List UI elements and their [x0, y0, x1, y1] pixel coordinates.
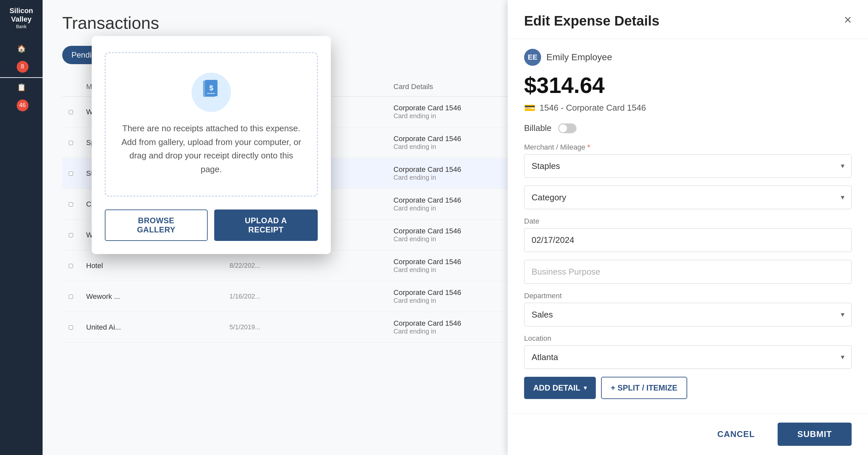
- merchant-date: 5/1/2019...: [223, 312, 349, 343]
- row-checkbox[interactable]: [69, 295, 73, 299]
- merchant-field-group: Merchant / Mileage * Staples: [524, 143, 851, 178]
- close-button[interactable]: ×: [844, 13, 851, 26]
- transactions-badge: 8: [17, 61, 29, 73]
- merchant-label: Merchant / Mileage *: [524, 143, 851, 152]
- location-label: Location: [524, 334, 851, 343]
- location-select-wrapper: Atlanta: [524, 345, 851, 369]
- billable-row: Billable: [524, 123, 851, 133]
- edit-panel-title: Edit Expense Details: [524, 13, 659, 29]
- add-detail-button[interactable]: ADD DETAIL ▾: [524, 377, 596, 399]
- card-icon: 💳: [524, 102, 535, 113]
- expense-amount: $314.64: [524, 72, 851, 98]
- business-purpose-input[interactable]: [524, 260, 851, 284]
- submit-button[interactable]: SUBMIT: [778, 423, 851, 446]
- department-label: Department: [524, 292, 851, 300]
- row-checkbox[interactable]: [69, 325, 73, 330]
- merchant-date: 8/22/202...: [223, 251, 349, 281]
- department-select[interactable]: Sales: [524, 303, 851, 326]
- receipt-actions: BROWSE GALLERY UPLOAD A RECEIPT: [105, 209, 318, 241]
- business-purpose-field-group: [524, 260, 851, 284]
- merchant-select-wrapper: Staples: [524, 154, 851, 178]
- receipt-drop-zone[interactable]: $ There are no receipts attached to this…: [105, 53, 318, 196]
- sidebar: Silicon Valley Bank 🏠 💳 8 📋 👤 46: [0, 0, 42, 455]
- sidebar-logo: Silicon Valley Bank: [0, 6, 42, 29]
- merchant-name: Wework ...: [80, 281, 223, 312]
- billable-label: Billable: [524, 123, 552, 133]
- chevron-down-icon: ▾: [584, 384, 587, 391]
- sidebar-item-profile[interactable]: 👤 46: [0, 97, 42, 116]
- sidebar-item-reports[interactable]: 📋: [0, 78, 42, 97]
- edit-panel-body: EE Emily Employee $314.64 💳 1546 - Corpo…: [508, 39, 868, 413]
- row-checkbox[interactable]: [69, 110, 73, 114]
- cancel-button[interactable]: CANCEL: [701, 423, 771, 446]
- billable-toggle[interactable]: [558, 123, 577, 133]
- empty-col-2: [349, 77, 387, 97]
- merchant-name: United Ai...: [80, 312, 223, 343]
- card-text: 1546 - Corporate Card 1546: [539, 103, 646, 113]
- receipt-icon-wrapper: $: [192, 73, 231, 112]
- location-select[interactable]: Atlanta: [524, 345, 851, 369]
- date-input[interactable]: [524, 228, 851, 252]
- receipt-icon: $: [200, 79, 223, 106]
- card-row: 💳 1546 - Corporate Card 1546: [524, 102, 851, 113]
- merchant-date: 1/16/202...: [223, 281, 349, 312]
- user-name: Emily Employee: [546, 52, 612, 63]
- sidebar-item-home[interactable]: 🏠: [0, 39, 42, 58]
- receipt-message: There are no receipts attached to this e…: [119, 122, 304, 176]
- row-checkbox[interactable]: [69, 171, 73, 176]
- select-all-header: [62, 77, 80, 97]
- location-field-group: Location Atlanta: [524, 334, 851, 369]
- department-field-group: Department Sales: [524, 292, 851, 326]
- category-select-wrapper: Category: [524, 186, 851, 209]
- category-field-group: Category: [524, 186, 851, 209]
- action-row: ADD DETAIL ▾ + SPLIT / ITEMIZE: [524, 377, 851, 399]
- category-select[interactable]: Category: [524, 186, 851, 209]
- row-checkbox[interactable]: [69, 233, 73, 237]
- merchant-name: Hotel: [80, 251, 223, 281]
- svg-rect-3: [207, 93, 215, 94]
- date-label: Date: [524, 217, 851, 226]
- sidebar-item-transactions[interactable]: 💳 8: [0, 58, 42, 78]
- split-itemize-button[interactable]: + SPLIT / ITEMIZE: [601, 377, 687, 399]
- svg-text:$: $: [209, 84, 213, 92]
- browse-gallery-button[interactable]: BROWSE GALLERY: [105, 209, 208, 241]
- avatar: EE: [524, 49, 541, 66]
- merchant-select[interactable]: Staples: [524, 154, 851, 178]
- receipt-modal: $ There are no receipts attached to this…: [92, 36, 331, 254]
- upload-receipt-button[interactable]: UPLOAD A RECEIPT: [214, 209, 318, 241]
- row-checkbox[interactable]: [69, 202, 73, 206]
- edit-panel-header: Edit Expense Details ×: [508, 0, 868, 39]
- edit-expense-panel: Edit Expense Details × EE Emily Employee…: [508, 0, 868, 455]
- edit-panel-footer: CANCEL SUBMIT: [508, 413, 868, 455]
- row-checkbox[interactable]: [69, 264, 73, 268]
- profile-badge: 46: [17, 99, 29, 111]
- department-select-wrapper: Sales: [524, 303, 851, 326]
- date-field-group: Date: [524, 217, 851, 252]
- row-checkbox[interactable]: [69, 141, 73, 145]
- user-row: EE Emily Employee: [524, 49, 851, 66]
